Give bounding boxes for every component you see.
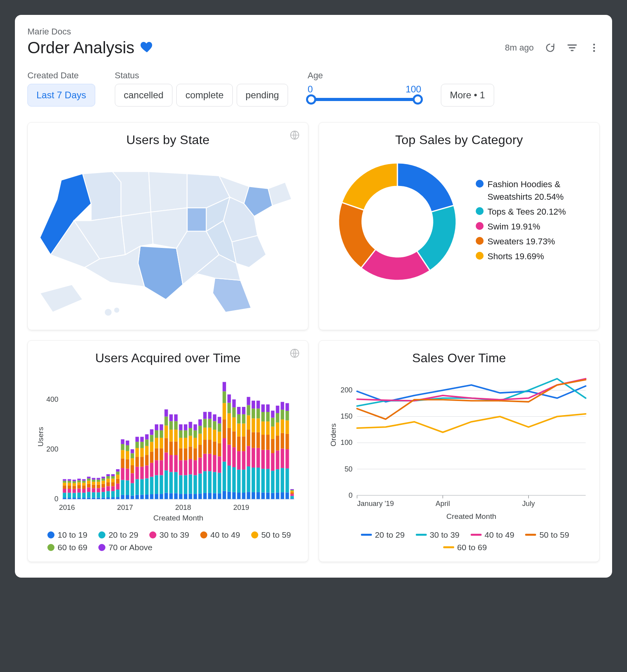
- bar-segment[interactable]: [281, 410, 284, 419]
- bar-segment[interactable]: [242, 407, 245, 414]
- bar-segment[interactable]: [198, 457, 202, 473]
- bar-segment[interactable]: [188, 446, 192, 459]
- bar-segment[interactable]: [286, 449, 289, 468]
- bar-segment[interactable]: [271, 426, 274, 439]
- bar-segment[interactable]: [232, 447, 236, 467]
- bar-segment[interactable]: [223, 491, 226, 499]
- bar-segment[interactable]: [121, 444, 124, 450]
- bar-segment[interactable]: [286, 468, 289, 492]
- bar-segment[interactable]: [82, 493, 86, 498]
- bar-segment[interactable]: [227, 466, 231, 492]
- bar-segment[interactable]: [63, 493, 66, 498]
- bar-segment[interactable]: [223, 438, 226, 462]
- refresh-icon[interactable]: [545, 42, 556, 53]
- bar-segment[interactable]: [165, 409, 168, 416]
- bar-segment[interactable]: [92, 478, 95, 479]
- bar-segment[interactable]: [116, 490, 120, 497]
- bar-segment[interactable]: [188, 493, 192, 499]
- bar-segment[interactable]: [174, 472, 178, 493]
- bar-segment[interactable]: [198, 426, 202, 434]
- donut-slice[interactable]: [342, 163, 397, 210]
- bar-segment[interactable]: [111, 497, 115, 499]
- bar-segment[interactable]: [276, 423, 279, 435]
- bar-segment[interactable]: [218, 473, 221, 493]
- bar-segment[interactable]: [92, 497, 95, 499]
- bar-segment[interactable]: [252, 492, 255, 499]
- bar-segment[interactable]: [106, 474, 110, 476]
- bar-segment[interactable]: [179, 460, 183, 475]
- bar-segment[interactable]: [174, 414, 178, 421]
- bar-segment[interactable]: [169, 472, 173, 493]
- bar-segment[interactable]: [82, 498, 86, 499]
- bar-segment[interactable]: [130, 483, 134, 495]
- bar-segment[interactable]: [179, 448, 183, 460]
- bar-segment[interactable]: [188, 474, 192, 493]
- filter-icon[interactable]: [567, 42, 578, 53]
- bar-segment[interactable]: [271, 410, 274, 417]
- bar-segment[interactable]: [213, 414, 216, 421]
- bar-segment[interactable]: [72, 481, 76, 483]
- chip-last-7-days[interactable]: Last 7 Days: [27, 84, 95, 107]
- bar-segment[interactable]: [208, 412, 212, 419]
- bar-segment[interactable]: [87, 487, 91, 491]
- bar-segment[interactable]: [261, 421, 265, 435]
- bar-segment[interactable]: [218, 432, 221, 443]
- bar-segment[interactable]: [276, 406, 279, 413]
- bar-segment[interactable]: [87, 479, 91, 481]
- bar-segment[interactable]: [136, 495, 139, 499]
- bar-segment[interactable]: [281, 433, 284, 448]
- bar-segment[interactable]: [194, 475, 197, 494]
- bar-segment[interactable]: [198, 473, 202, 493]
- bar-segment[interactable]: [169, 414, 173, 421]
- bar-segment[interactable]: [232, 492, 236, 499]
- bar-segment[interactable]: [92, 488, 95, 492]
- bar-segment[interactable]: [140, 466, 144, 479]
- bar-segment[interactable]: [63, 486, 66, 489]
- bar-segment[interactable]: [87, 477, 91, 479]
- bar-segment[interactable]: [276, 435, 279, 450]
- bar-segment[interactable]: [218, 456, 221, 473]
- bar-segment[interactable]: [276, 413, 279, 423]
- bar-segment[interactable]: [237, 451, 241, 470]
- legend-item[interactable]: 10 to 19: [47, 530, 87, 540]
- bar-segment[interactable]: [232, 399, 236, 407]
- bar-segment[interactable]: [116, 483, 120, 489]
- bar-segment[interactable]: [256, 401, 260, 408]
- bar-segment[interactable]: [174, 493, 178, 499]
- bar-segment[interactable]: [290, 489, 294, 490]
- bar-segment[interactable]: [68, 481, 71, 482]
- bar-segment[interactable]: [184, 430, 187, 438]
- bar-segment[interactable]: [232, 417, 236, 431]
- bar-segment[interactable]: [130, 449, 134, 453]
- bar-segment[interactable]: [72, 480, 76, 481]
- bar-segment[interactable]: [247, 430, 250, 446]
- bar-segment[interactable]: [145, 446, 149, 455]
- bar-segment[interactable]: [130, 465, 134, 473]
- bar-segment[interactable]: [261, 469, 265, 492]
- bar-segment[interactable]: [188, 428, 192, 436]
- bar-segment[interactable]: [145, 455, 149, 465]
- bar-segment[interactable]: [252, 448, 255, 467]
- bar-segment[interactable]: [179, 438, 183, 448]
- bar-segment[interactable]: [82, 481, 86, 482]
- bar-segment[interactable]: [106, 497, 110, 499]
- bar-segment[interactable]: [106, 486, 110, 491]
- line-series[interactable]: [357, 379, 585, 406]
- bar-segment[interactable]: [150, 477, 154, 494]
- stacked-bar-chart[interactable]: 02004002016201720182019Created MonthUser…: [36, 367, 300, 526]
- globe-icon[interactable]: [289, 130, 300, 141]
- bar-segment[interactable]: [155, 424, 158, 430]
- bar-segment[interactable]: [159, 448, 163, 460]
- legend-item[interactable]: 70 or Above: [98, 543, 152, 552]
- bar-segment[interactable]: [165, 470, 168, 493]
- bar-segment[interactable]: [247, 466, 250, 492]
- bar-segment[interactable]: [203, 493, 207, 499]
- bar-segment[interactable]: [126, 441, 129, 445]
- bar-segment[interactable]: [140, 479, 144, 495]
- bar-segment[interactable]: [208, 440, 212, 454]
- bar-segment[interactable]: [101, 492, 105, 497]
- legend-item[interactable]: Sweaters 19.73%: [476, 235, 591, 248]
- bar-segment[interactable]: [101, 477, 105, 479]
- bar-segment[interactable]: [165, 416, 168, 425]
- bar-segment[interactable]: [261, 435, 265, 450]
